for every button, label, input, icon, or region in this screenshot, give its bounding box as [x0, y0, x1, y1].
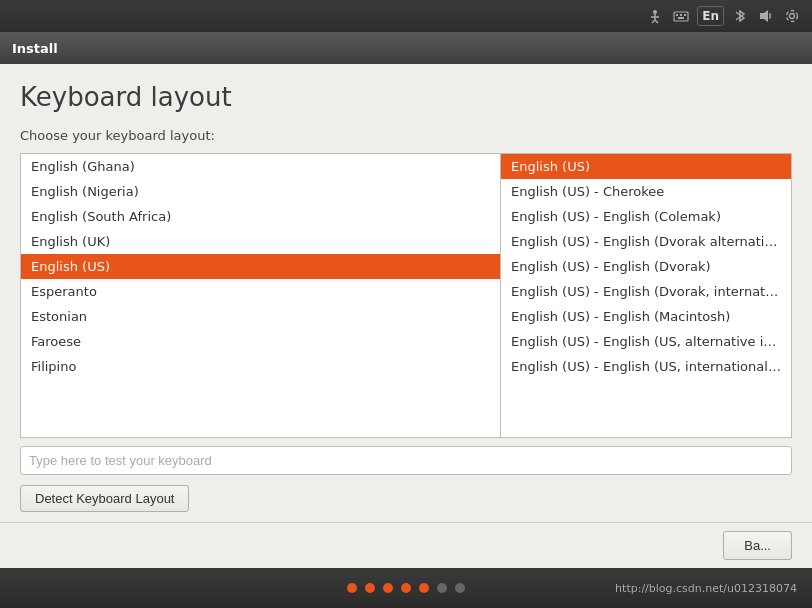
svg-rect-5 — [674, 12, 688, 21]
progress-dot-3 — [383, 583, 393, 593]
variant-item[interactable]: English (US) - English (Dvorak alternati… — [501, 229, 791, 254]
list-item[interactable]: English (Nigeria) — [21, 179, 500, 204]
variant-item[interactable]: English (US) - English (Dvorak) — [501, 254, 791, 279]
list-item[interactable]: Estonian — [21, 304, 500, 329]
variant-item-selected[interactable]: English (US) — [501, 154, 791, 179]
svg-point-0 — [653, 10, 657, 14]
list-item[interactable]: Filipino — [21, 354, 500, 379]
detect-keyboard-button[interactable]: Detect Keyboard Layout — [20, 485, 189, 512]
content-area: Keyboard layout Choose your keyboard lay… — [0, 64, 812, 568]
test-input-area — [20, 446, 792, 475]
list-item[interactable]: English (UK) — [21, 229, 500, 254]
accessibility-icon[interactable] — [645, 6, 665, 26]
svg-line-4 — [655, 20, 658, 23]
keyboard-test-input[interactable] — [20, 446, 792, 475]
variant-item[interactable]: English (US) - English (Macintosh) — [501, 304, 791, 329]
progress-dot-6 — [437, 583, 447, 593]
list-item[interactable]: Esperanto — [21, 279, 500, 304]
layout-variant-list[interactable]: English (US) English (US) - Cherokee Eng… — [501, 154, 791, 437]
installer-title: Install — [12, 41, 58, 56]
variant-item[interactable]: English (US) - English (Colemak) — [501, 204, 791, 229]
progress-dot-4 — [401, 583, 411, 593]
system-topbar: En — [0, 0, 812, 32]
detect-button-area: Detect Keyboard Layout — [20, 485, 792, 512]
language-badge[interactable]: En — [697, 6, 724, 26]
progress-dot-2 — [365, 583, 375, 593]
back-button[interactable]: Ba... — [723, 531, 792, 560]
page-heading: Keyboard layout — [0, 64, 812, 122]
list-item[interactable]: English (Ghana) — [21, 154, 500, 179]
svg-rect-8 — [684, 14, 686, 16]
svg-line-3 — [652, 20, 655, 23]
variant-item[interactable]: English (US) - English (US, internationa… — [501, 354, 791, 379]
svg-point-12 — [787, 11, 798, 22]
svg-marker-10 — [760, 10, 768, 22]
list-item[interactable]: Faroese — [21, 329, 500, 354]
keyboard-icon[interactable] — [671, 6, 691, 26]
keyboard-list-container: English (Ghana) English (Nigeria) Englis… — [20, 153, 792, 438]
svg-point-11 — [790, 14, 795, 19]
volume-icon[interactable] — [756, 6, 776, 26]
variant-item[interactable]: English (US) - Cherokee — [501, 179, 791, 204]
language-list[interactable]: English (Ghana) English (Nigeria) Englis… — [21, 154, 501, 437]
progress-dots — [276, 583, 537, 593]
svg-rect-6 — [676, 14, 678, 16]
progress-dot-7 — [455, 583, 465, 593]
list-item-selected[interactable]: English (US) — [21, 254, 500, 279]
bottom-taskbar: http://blog.csdn.net/u012318074 — [0, 568, 812, 608]
installer-titlebar: Install — [0, 32, 812, 64]
svg-rect-9 — [678, 17, 684, 19]
page-title: Keyboard layout — [20, 82, 792, 112]
settings-icon[interactable] — [782, 6, 802, 26]
list-item[interactable]: English (South Africa) — [21, 204, 500, 229]
bluetooth-icon[interactable] — [730, 6, 750, 26]
variant-item[interactable]: English (US) - English (US, alternative … — [501, 329, 791, 354]
installer-window: Install Keyboard layout Choose your keyb… — [0, 32, 812, 568]
progress-dot-1 — [347, 583, 357, 593]
bottom-nav: Ba... — [0, 522, 812, 568]
progress-dot-5 — [419, 583, 429, 593]
instruction-text: Choose your keyboard layout: — [0, 122, 812, 153]
variant-item[interactable]: English (US) - English (Dvorak, internat… — [501, 279, 791, 304]
svg-rect-7 — [680, 14, 682, 16]
bottom-link: http://blog.csdn.net/u012318074 — [615, 582, 797, 595]
